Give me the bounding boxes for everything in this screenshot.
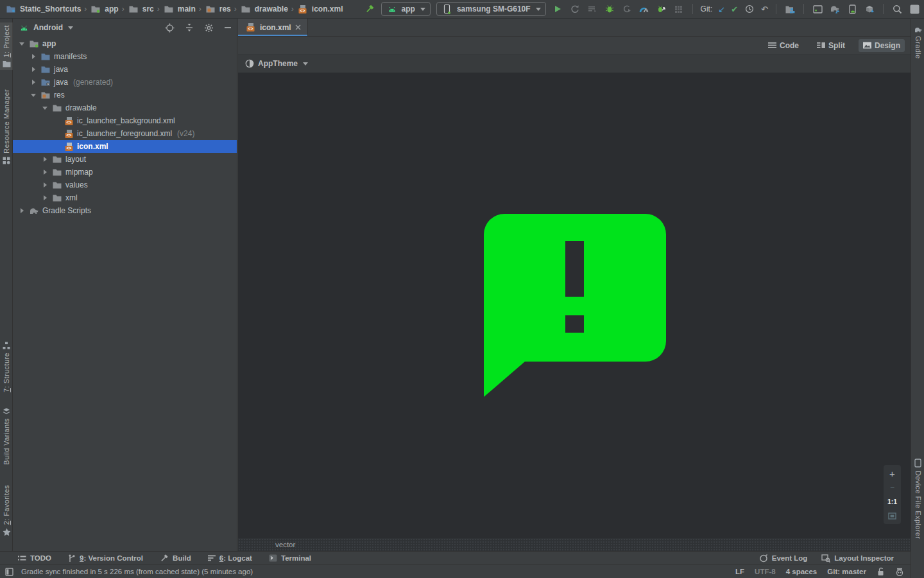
- search-everywhere-icon[interactable]: [891, 3, 903, 15]
- tree-item-java[interactable]: java: [13, 63, 237, 76]
- event-log-button[interactable]: Event Log: [759, 554, 808, 563]
- chevron-down-icon[interactable]: [68, 26, 73, 30]
- sidebar-item-favorites[interactable]: 2: Favorites: [0, 482, 13, 539]
- build-hammer-icon[interactable]: [364, 3, 375, 15]
- expand-arrow[interactable]: [41, 182, 49, 188]
- sidebar-item-build-variants[interactable]: Build Variants: [0, 405, 13, 468]
- expand-arrow[interactable]: [41, 170, 49, 175]
- git-label: Git:: [701, 4, 713, 13]
- expand-arrow[interactable]: [30, 94, 37, 97]
- apply-code-changes-button[interactable]: [586, 3, 598, 15]
- breadcrumb-drawable[interactable]: drawable: [240, 3, 288, 15]
- xml-file-icon: <>: [63, 141, 74, 152]
- collapse-all-icon[interactable]: [185, 23, 194, 32]
- run-configuration-select[interactable]: app: [381, 2, 431, 16]
- device-select[interactable]: samsung SM-G610F: [436, 2, 546, 16]
- settings-gear-icon[interactable]: [204, 23, 214, 33]
- layout-inspector-button[interactable]: Layout Inspector: [821, 554, 894, 563]
- tree-item-xml[interactable]: xml: [13, 191, 237, 204]
- tree-item-ic-launcher-foreground[interactable]: <> ic_launcher_foreground.xml (v24): [13, 127, 237, 140]
- breadcrumb-project[interactable]: Static_Shortcuts: [5, 3, 81, 15]
- tree-item-res[interactable]: res: [13, 89, 237, 101]
- git-update-icon[interactable]: ↙: [718, 5, 725, 13]
- tab-icon-xml[interactable]: <> icon.xml: [238, 19, 308, 36]
- chevron-down-icon[interactable]: [303, 62, 308, 66]
- toolwindow-toggle-icon[interactable]: [5, 568, 13, 576]
- apply-changes-button[interactable]: [569, 3, 581, 15]
- toolwindow-build[interactable]: Build: [160, 554, 191, 563]
- expand-arrow[interactable]: [41, 195, 49, 200]
- mode-code-button[interactable]: Code: [764, 39, 803, 52]
- zoom-out-button[interactable]: −: [884, 481, 900, 494]
- breadcrumb-file[interactable]: <> icon.xml: [297, 3, 343, 15]
- sidebar-item-device-file-explorer[interactable]: Device File Explorer: [911, 456, 924, 541]
- expand-arrow[interactable]: [18, 42, 26, 46]
- hide-panel-icon[interactable]: [224, 24, 232, 31]
- breadcrumb-src[interactable]: src: [128, 3, 154, 15]
- tree-item-manifests[interactable]: manifests: [13, 50, 237, 63]
- gradle-sync-icon[interactable]: [829, 3, 841, 15]
- close-tab-icon[interactable]: [295, 24, 301, 30]
- sdk-manager-icon[interactable]: [864, 3, 875, 15]
- emulator-monitor-icon[interactable]: [812, 3, 823, 15]
- encoding-indicator[interactable]: UTF-8: [755, 568, 776, 575]
- expand-arrow[interactable]: [30, 80, 37, 85]
- sidebar-item-gradle[interactable]: Gradle: [911, 24, 924, 61]
- folder-icon: [128, 3, 139, 15]
- sidebar-item-project[interactable]: 1: Project: [0, 22, 13, 70]
- tree-item-gradle-scripts[interactable]: Gradle Scripts: [13, 204, 237, 217]
- sidebar-item-structure[interactable]: 7: Structure: [0, 339, 13, 395]
- lock-icon[interactable]: [877, 567, 885, 576]
- theme-selector[interactable]: AppTheme: [258, 59, 298, 68]
- git-rollback-icon[interactable]: ↶: [761, 5, 768, 13]
- logcat-icon: [208, 555, 216, 561]
- sidebar-item-resource-manager[interactable]: Resource Manager: [0, 87, 13, 167]
- breadcrumb-res[interactable]: res: [205, 3, 231, 15]
- zoom-in-button[interactable]: +: [884, 467, 900, 480]
- tree-item-mipmap[interactable]: mipmap: [13, 166, 237, 179]
- tree-item-app[interactable]: app: [13, 37, 237, 50]
- expand-arrow[interactable]: [18, 208, 26, 213]
- git-history-icon[interactable]: [744, 3, 755, 15]
- zoom-reset-button[interactable]: 1:1: [884, 495, 900, 508]
- tree-item-ic-launcher-background[interactable]: <> ic_launcher_background.xml: [13, 114, 237, 127]
- toolwindow-version-control[interactable]: 9: Version Control: [68, 554, 143, 563]
- svg-text:<>: <>: [66, 121, 71, 125]
- debug-button[interactable]: [604, 3, 615, 15]
- attach-debugger-to-android-process-button[interactable]: [656, 3, 667, 15]
- profiler-button[interactable]: [638, 3, 650, 15]
- blank-plugin-icon[interactable]: [909, 3, 920, 15]
- zoom-to-fit-button[interactable]: [884, 509, 900, 522]
- toolwindow-logcat[interactable]: 6: Logcat: [208, 554, 252, 562]
- attach-debugger-button[interactable]: [621, 3, 633, 15]
- mode-split-button[interactable]: Split: [812, 39, 850, 52]
- toolwindow-todo[interactable]: TODO: [18, 554, 51, 562]
- screen-capture-button[interactable]: [673, 3, 685, 15]
- expand-arrow[interactable]: [41, 157, 49, 162]
- ide-face-icon[interactable]: [895, 568, 904, 576]
- tree-item-icon-xml-selected[interactable]: <> icon.xml: [13, 140, 237, 153]
- expand-arrow[interactable]: [30, 54, 37, 59]
- locate-file-icon[interactable]: [165, 23, 175, 33]
- tree-item-java-generated[interactable]: java (generated): [13, 76, 237, 89]
- project-structure-icon[interactable]: [784, 3, 796, 15]
- run-button[interactable]: [552, 3, 563, 15]
- git-branch-indicator[interactable]: Git: master: [827, 568, 866, 575]
- breadcrumb-app[interactable]: app: [90, 3, 118, 15]
- tree-item-drawable[interactable]: drawable: [13, 101, 237, 114]
- component-label[interactable]: vector: [275, 541, 295, 548]
- device-manager-icon[interactable]: [846, 3, 858, 15]
- toolwindow-terminal[interactable]: Terminal: [269, 554, 311, 562]
- tree-item-values[interactable]: values: [13, 179, 237, 191]
- line-ending-indicator[interactable]: LF: [735, 568, 744, 575]
- git-commit-icon[interactable]: ✔: [731, 5, 738, 13]
- toolbar-separator: [692, 4, 693, 14]
- breadcrumb-main[interactable]: main: [163, 3, 196, 15]
- expand-arrow[interactable]: [30, 67, 37, 72]
- design-canvas[interactable]: vector + − 1:1: [238, 73, 911, 551]
- indent-indicator[interactable]: 4 spaces: [786, 568, 817, 575]
- expand-arrow[interactable]: [41, 107, 49, 110]
- project-view-selector[interactable]: Android: [33, 23, 63, 32]
- tree-item-layout[interactable]: layout: [13, 153, 237, 166]
- mode-design-button[interactable]: Design: [859, 39, 905, 52]
